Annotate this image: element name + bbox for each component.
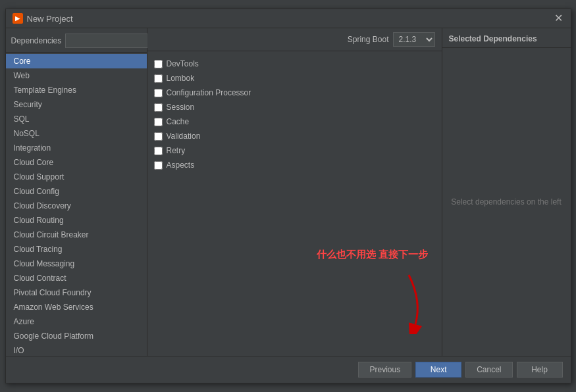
selected-deps-title: Selected Dependencies (449, 34, 537, 43)
checkbox-label-lombok: Lombok (167, 74, 195, 83)
category-item-security[interactable]: Security (6, 97, 147, 112)
close-button[interactable]: ✕ (553, 13, 564, 24)
category-item-cloud-routing[interactable]: Cloud Routing (6, 213, 147, 228)
checkbox-item-retry[interactable]: Retry (154, 143, 435, 158)
category-item-amazon-web-services[interactable]: Amazon Web Services (6, 300, 147, 314)
checkbox-label-retry: Retry (167, 146, 186, 155)
checkbox-configuration-processor[interactable] (154, 89, 163, 97)
category-item-core[interactable]: Core (6, 54, 147, 68)
middle-panel: Spring Boot 2.1.32.2.02.0.91.5.20 DevToo… (147, 28, 442, 356)
checkbox-retry[interactable] (154, 147, 163, 155)
no-deps-text: Select dependencies on the left (451, 197, 561, 207)
next-button[interactable]: Next (415, 362, 461, 378)
category-item-pivotal-cloud-foundry[interactable]: Pivotal Cloud Foundry (6, 285, 147, 300)
category-item-cloud-tracing[interactable]: Cloud Tracing (6, 242, 147, 257)
checkbox-devtools[interactable] (154, 60, 163, 68)
checkbox-lombok[interactable] (154, 74, 163, 83)
category-item-cloud-contract[interactable]: Cloud Contract (6, 271, 147, 285)
category-item-web[interactable]: Web (6, 68, 147, 83)
checkbox-session[interactable] (154, 103, 163, 112)
category-item-cloud-circuit-breaker[interactable]: Cloud Circuit Breaker (6, 228, 147, 242)
app-icon: ▶ (13, 13, 23, 24)
checkbox-label-aspects: Aspects (167, 160, 195, 170)
right-panel: Selected Dependencies Select dependencie… (442, 28, 571, 356)
annotation-text: 什么也不用选 直接下一步 (317, 249, 428, 261)
checkbox-label-cache: Cache (167, 117, 190, 126)
checkbox-label-devtools: DevTools (167, 59, 199, 68)
bottom-bar: Previous Next Cancel Help (6, 356, 571, 383)
new-project-dialog: ▶ New Project ✕ Dependencies CoreWebTemp… (5, 9, 571, 383)
left-panel: Dependencies CoreWebTemplate EnginesSecu… (6, 28, 147, 356)
category-list: CoreWebTemplate EnginesSecuritySQLNoSQLI… (6, 53, 147, 356)
checkbox-item-session[interactable]: Session (154, 100, 435, 114)
category-item-integration[interactable]: Integration (6, 141, 147, 155)
spring-boot-label: Spring Boot (348, 35, 389, 44)
checkbox-item-validation[interactable]: Validation (154, 129, 435, 143)
checkbox-item-cache[interactable]: Cache (154, 114, 435, 129)
spring-boot-version-select[interactable]: 2.1.32.2.02.0.91.5.20 (393, 32, 435, 47)
checkbox-cache[interactable] (154, 118, 163, 126)
category-item-cloud-discovery[interactable]: Cloud Discovery (6, 199, 147, 213)
annotation-arrow (356, 268, 435, 334)
checkbox-item-devtools[interactable]: DevTools (154, 57, 435, 71)
checkbox-aspects[interactable] (154, 161, 163, 170)
title-bar-left: ▶ New Project (13, 13, 73, 24)
category-item-cloud-support[interactable]: Cloud Support (6, 170, 147, 184)
previous-button[interactable]: Previous (358, 362, 411, 378)
annotation-area: 什么也不用选 直接下一步 (147, 209, 442, 356)
category-item-cloud-messaging[interactable]: Cloud Messaging (6, 257, 147, 271)
checkbox-label-session: Session (167, 103, 195, 112)
category-item-cloud-config[interactable]: Cloud Config (6, 184, 147, 199)
category-item-template-engines[interactable]: Template Engines (6, 83, 147, 97)
checkbox-validation[interactable] (154, 132, 163, 141)
category-item-io[interactable]: I/O (6, 343, 147, 356)
help-button[interactable]: Help (517, 362, 563, 378)
dialog-title: New Project (27, 14, 73, 24)
selected-deps-content: Select dependencies on the left (442, 48, 571, 356)
category-item-google-cloud-platform[interactable]: Google Cloud Platform (6, 329, 147, 343)
content-area: Dependencies CoreWebTemplate EnginesSecu… (6, 28, 571, 356)
category-item-azure[interactable]: Azure (6, 314, 147, 329)
checkbox-item-lombok[interactable]: Lombok (154, 71, 435, 86)
cancel-button[interactable]: Cancel (465, 362, 512, 378)
deps-checkboxes: DevToolsLombokConfiguration ProcessorSes… (147, 51, 442, 209)
checkbox-item-configuration-processor[interactable]: Configuration Processor (154, 86, 435, 100)
dependencies-label: Dependencies (11, 36, 62, 45)
checkbox-label-configuration-processor: Configuration Processor (167, 88, 251, 97)
checkbox-label-validation: Validation (167, 132, 201, 141)
title-bar: ▶ New Project ✕ (6, 9, 571, 28)
category-item-cloud-core[interactable]: Cloud Core (6, 155, 147, 170)
left-panel-header: Dependencies (6, 28, 147, 53)
category-item-nosql[interactable]: NoSQL (6, 126, 147, 141)
checkbox-item-aspects[interactable]: Aspects (154, 158, 435, 172)
category-item-sql[interactable]: SQL (6, 112, 147, 126)
spring-boot-bar: Spring Boot 2.1.32.2.02.0.91.5.20 (147, 28, 442, 51)
right-panel-header: Selected Dependencies (442, 28, 571, 48)
